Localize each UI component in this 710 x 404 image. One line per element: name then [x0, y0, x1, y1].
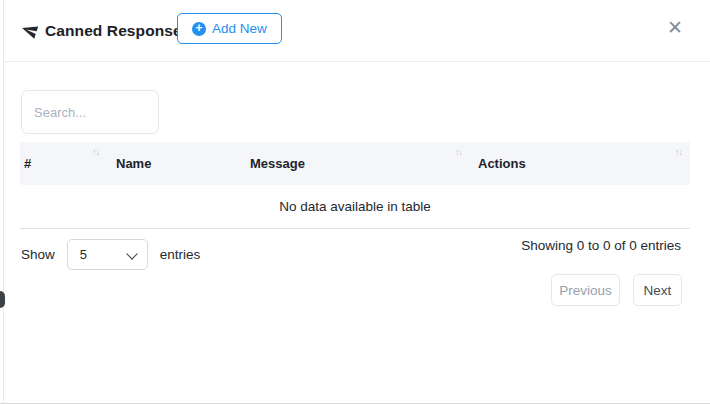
column-header-name[interactable]: Name	[108, 142, 242, 185]
column-label-actions: Actions	[478, 156, 526, 171]
previous-button[interactable]: Previous	[551, 274, 620, 306]
pagination: Previous Next	[551, 274, 682, 306]
search-input[interactable]	[21, 90, 159, 134]
page-length-control: Show 5 entries	[21, 239, 200, 270]
add-new-label: Add New	[212, 21, 267, 36]
close-icon[interactable]: ✕	[665, 16, 685, 39]
table-info-text: Showing 0 to 0 of 0 entries	[521, 238, 681, 253]
table-empty-row: No data available in table	[20, 185, 690, 229]
next-button[interactable]: Next	[633, 274, 682, 306]
empty-state-text: No data available in table	[279, 199, 431, 214]
paper-plane-icon	[19, 20, 40, 41]
show-label: Show	[21, 247, 55, 262]
entries-select[interactable]: 5	[67, 239, 148, 270]
chevron-down-icon	[126, 248, 137, 259]
column-header-number[interactable]: # ↑↓	[20, 142, 108, 185]
entries-select-value: 5	[80, 247, 87, 262]
plus-circle-icon: +	[192, 22, 206, 36]
sort-icon[interactable]: ↑↓	[92, 147, 99, 157]
add-new-button[interactable]: + Add New	[177, 13, 282, 44]
sort-icon[interactable]: ↑↓	[675, 147, 682, 157]
modal-header: Canned Response + Add New ✕	[4, 0, 710, 62]
modal-title: Canned Response	[45, 22, 182, 40]
sort-icon[interactable]: ↑↓	[455, 147, 462, 157]
edge-handle	[0, 291, 5, 308]
entries-label: entries	[160, 247, 201, 262]
canned-response-modal: Canned Response + Add New ✕ # ↑↓ Name Me…	[0, 0, 710, 404]
column-label-message: Message	[250, 156, 305, 171]
column-header-message[interactable]: Message ↑↓	[242, 142, 470, 185]
table-header-row: # ↑↓ Name Message ↑↓ Actions ↑↓	[20, 142, 690, 185]
column-label-name: Name	[116, 156, 151, 171]
column-label-number: #	[24, 156, 31, 171]
column-header-actions[interactable]: Actions ↑↓	[470, 142, 690, 185]
